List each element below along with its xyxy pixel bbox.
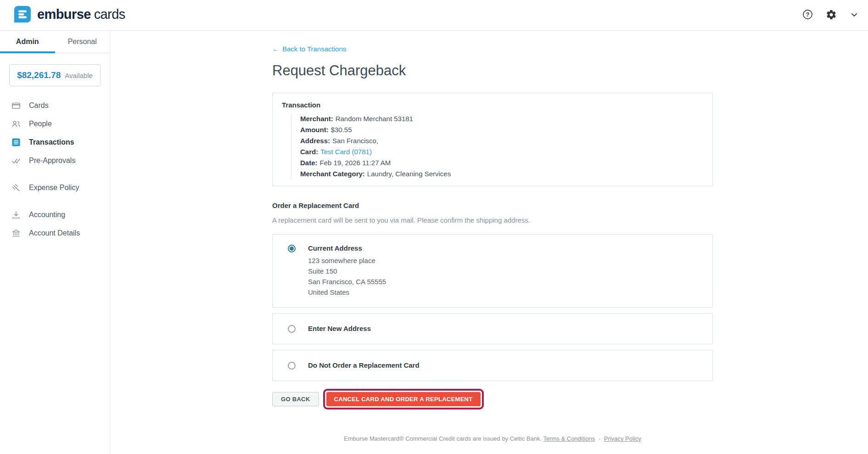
sidebar-item-accounting[interactable]: Accounting (0, 206, 110, 224)
sidebar-item-expense-policy[interactable]: Expense Policy (0, 179, 110, 197)
back-to-transactions-link[interactable]: ← Back to Transactions (272, 45, 346, 53)
account-menu-button[interactable] (848, 8, 861, 22)
option-label: Do Not Order a Replacement Card (308, 361, 420, 369)
settings-button[interactable] (824, 7, 839, 23)
transaction-date: Date:Feb 19, 2026 11:27 AM (300, 157, 703, 168)
back-arrow-icon: ← (272, 45, 279, 53)
field-value: San Francisco, (332, 137, 378, 145)
transaction-address: Address:San Francisco, (300, 135, 703, 146)
option-no-replacement[interactable]: Do Not Order a Replacement Card (272, 350, 713, 381)
sidebar-item-label: Expense Policy (29, 184, 79, 192)
field-value: Feb 19, 2026 11:27 AM (320, 159, 391, 167)
double-check-icon (11, 156, 21, 165)
sidebar-item-label: Account Details (29, 229, 80, 237)
balance-label: Available (65, 72, 93, 79)
transaction-merchant: Merchant:Random Merchant 53181 (300, 113, 703, 124)
brand-wordmark: embursecards (37, 8, 125, 23)
svg-text:?: ? (806, 11, 810, 18)
gavel-icon (11, 183, 21, 192)
help-icon: ? (802, 9, 813, 21)
option-enter-new-address[interactable]: Enter New Address (272, 313, 713, 344)
transaction-details: Merchant:Random Merchant 53181 Amount:$3… (291, 113, 703, 179)
target-highlight-outline: CANCEL CARD AND ORDER A REPLACEMENT (323, 389, 484, 409)
transaction-merchant-category: Merchant Category:Laundry, Cleaning Serv… (300, 168, 703, 179)
main-content: ← Back to Transactions Request Chargebac… (110, 31, 868, 454)
current-address-lines: 123 somewhere place Suite 150 San Franci… (308, 255, 386, 297)
sidebar-item-label: Accounting (29, 211, 65, 219)
radio-no-replacement[interactable] (288, 362, 296, 370)
back-link-label: Back to Transactions (282, 45, 346, 53)
field-value: Random Merchant 53181 (336, 115, 413, 123)
bank-icon (11, 229, 21, 238)
field-label: Merchant Category: (300, 170, 365, 178)
transaction-heading: Transaction (282, 101, 703, 109)
card-icon (11, 101, 21, 110)
sidebar-nav: Cards People T (0, 96, 110, 242)
balance-amount: $82,261.78 (17, 70, 61, 80)
sidebar-item-people[interactable]: People (0, 115, 110, 133)
sidebar-item-label: Pre-Approvals (29, 157, 75, 165)
footer-disclaimer: Emburse Mastercard® Commercial Credit ca… (344, 435, 542, 442)
tab-admin[interactable]: Admin (0, 31, 55, 53)
field-label: Date: (300, 159, 318, 167)
field-label: Merchant: (300, 115, 333, 123)
option-body: Current Address 123 somewhere place Suit… (308, 244, 386, 297)
terms-and-conditions-link[interactable]: Terms & Conditions (543, 435, 595, 442)
address-line: United States (308, 287, 386, 297)
download-icon (11, 210, 21, 219)
page-title: Request Chargeback (272, 62, 713, 79)
footer: Emburse Mastercard® Commercial Credit ca… (272, 435, 713, 442)
sidebar-item-transactions[interactable]: Transactions (0, 133, 110, 151)
cancel-card-order-replacement-button[interactable]: CANCEL CARD AND ORDER A REPLACEMENT (326, 392, 481, 406)
emburse-logo-icon (14, 6, 31, 25)
top-bar: embursecards ? (0, 0, 868, 31)
sidebar-tabs: Admin Personal (0, 31, 110, 53)
radio-current-address[interactable] (288, 245, 296, 252)
field-label: Card: (300, 148, 318, 156)
chevron-down-icon (850, 10, 859, 21)
replacement-section-heading: Order a Replacement Card (272, 202, 713, 209)
replacement-section-subtext: A replacement card will be sent to you v… (272, 216, 713, 224)
privacy-policy-link[interactable]: Privacy Policy (604, 435, 641, 442)
sidebar-item-label: People (29, 120, 52, 128)
transactions-icon (11, 138, 21, 147)
emburse-logo[interactable]: embursecards (14, 6, 125, 25)
footer-separator: · (599, 435, 600, 442)
action-buttons: GO BACK CANCEL CARD AND ORDER A REPLACEM… (272, 389, 713, 409)
field-value: $30.55 (331, 126, 352, 134)
go-back-button[interactable]: GO BACK (272, 392, 319, 406)
tab-personal[interactable]: Personal (55, 31, 110, 53)
sidebar-item-account-details[interactable]: Account Details (0, 224, 110, 242)
field-label: Address: (300, 137, 330, 145)
sidebar-item-label: Transactions (29, 138, 74, 146)
people-icon (11, 119, 21, 129)
field-label: Amount: (300, 126, 329, 134)
address-line: 123 somewhere place (308, 255, 386, 266)
sidebar-item-label: Cards (29, 101, 49, 110)
sidebar: Admin Personal $82,261.78 Available Card… (0, 31, 110, 454)
option-current-address[interactable]: Current Address 123 somewhere place Suit… (272, 234, 713, 308)
option-label: Current Address (308, 244, 386, 252)
card-link[interactable]: Test Card (0781) (320, 148, 372, 156)
transaction-card: Card:Test Card (0781) (300, 146, 703, 157)
address-line: Suite 150 (308, 266, 386, 276)
gear-icon (826, 9, 837, 22)
help-button[interactable]: ? (801, 7, 815, 23)
option-label: Enter New Address (308, 325, 371, 332)
transaction-amount: Amount:$30.55 (300, 124, 703, 135)
available-balance: $82,261.78 Available (9, 64, 101, 86)
transaction-panel: Transaction Merchant:Random Merchant 531… (272, 93, 713, 186)
topbar-actions: ? (801, 7, 861, 23)
radio-enter-new-address[interactable] (288, 325, 296, 333)
field-value: Laundry, Cleaning Services (367, 170, 451, 178)
sidebar-item-cards[interactable]: Cards (0, 96, 110, 115)
sidebar-item-pre-approvals[interactable]: Pre-Approvals (0, 151, 110, 170)
address-line: San Francisco, CA 55555 (308, 276, 386, 287)
